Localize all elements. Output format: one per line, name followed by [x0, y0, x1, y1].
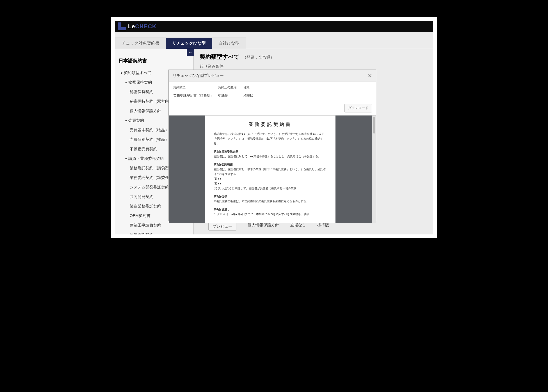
- doc-a2b3: (2) ●●: [214, 181, 327, 186]
- modal-title: リチェックひな型プレビュー: [173, 73, 224, 78]
- document-page: 業務委託契約書 委託者である株式会社●●（以下「委託者」という。）と受託者である…: [205, 116, 335, 223]
- meta-c2: 委託側: [218, 93, 243, 98]
- tab-own-template[interactable]: 自社ひな型: [212, 38, 246, 49]
- viewer-scrollbar[interactable]: [372, 116, 376, 223]
- main-title-text: 契約類型すべて: [200, 54, 239, 60]
- tab-recheck-template[interactable]: リチェックひな型: [166, 38, 212, 49]
- under-col-3: 標準版: [317, 223, 329, 230]
- main-title: 契約類型すべて （登録：全79通）: [200, 53, 427, 61]
- viewer-gutter-right: [335, 116, 372, 223]
- app-window: LeCHECK チェック対象契約書 リチェックひな型 自社ひな型 ⇤ 日本語契約…: [111, 17, 437, 238]
- doc-a3b: 本委託業務の明細は、本契約書別紙の委託業務明細書に定めるものとする。: [214, 199, 327, 204]
- close-icon[interactable]: ✕: [368, 73, 372, 79]
- doc-a1t: 第1条 業務委託合意: [214, 149, 327, 154]
- doc-a2t: 第2条 委託範囲: [214, 162, 327, 167]
- meta-c3: 標準版: [243, 93, 269, 98]
- modal-meta-row: 業務委託契約書（請負型） 委託側 標準版: [169, 91, 376, 102]
- doc-a4b: １ 受託者は、●年●月●日までに、本契約に基づき納入すべき成果物を、委託: [214, 212, 327, 216]
- filter-label: 絞り込み条件: [200, 64, 427, 69]
- meta-h3: 種類: [243, 85, 269, 89]
- doc-a2b1: 委託者は、受託者に対し、以下の業務（以下「本委託業務」という。）を委託し、受託者…: [214, 167, 327, 176]
- app-shell: LeCHECK チェック対象契約書 リチェックひな型 自社ひな型 ⇤ 日本語契約…: [115, 21, 433, 234]
- doc-a3t: 第3条 仕様: [214, 194, 327, 199]
- viewer-gutter-left: [169, 116, 205, 223]
- under-col-2: 立場なし: [290, 223, 306, 230]
- modal-header: リチェックひな型プレビュー ✕: [169, 70, 376, 82]
- doc-a2b2: (1) ●●: [214, 176, 327, 181]
- tab-bar: チェック対象契約書 リチェックひな型 自社ひな型: [115, 32, 433, 49]
- doc-intro: 委託者である株式会社●●（以下「委託者」という。）と受託者である株式会社●●（以…: [214, 132, 327, 146]
- brand-name: LeCHECK: [128, 23, 156, 30]
- result-row: プレビュー 個人情報保護方針 立場なし 標準版: [208, 223, 329, 230]
- main-title-count: （登録：全79通）: [243, 55, 275, 59]
- doc-heading: 業務委託契約書: [214, 122, 327, 128]
- under-col-1: 個人情報保護方針: [248, 223, 279, 230]
- logo-icon: [118, 22, 126, 30]
- meta-c1: 業務委託契約書（請負型）: [173, 93, 218, 98]
- meta-h2: 契約上の立場: [218, 85, 243, 89]
- modal-meta-header: 契約類型 契約上の立場 種類: [169, 82, 376, 91]
- download-button[interactable]: ダウンロード: [344, 104, 372, 112]
- brand-check: CHECK: [135, 23, 156, 29]
- doc-a1b: 委託者は、受託者に対して、●●業務を委託することとし、受託者はこれを受託する。: [214, 154, 327, 159]
- sidebar-title: 日本語契約書: [115, 49, 193, 68]
- document-viewer: 業務委託契約書 委託者である株式会社●●（以下「委託者」という。）と受託者である…: [169, 115, 376, 223]
- tree-out-logi[interactable]: 物流委託契約: [115, 230, 193, 234]
- tab-check-target[interactable]: チェック対象契約書: [115, 38, 166, 49]
- doc-a4t: 第4条 引渡し: [214, 207, 327, 212]
- collapse-sidebar-icon[interactable]: ⇤: [187, 49, 194, 56]
- modal-actions: ダウンロード: [169, 102, 376, 115]
- meta-h1: 契約類型: [173, 85, 218, 89]
- preview-modal: リチェックひな型プレビュー ✕ 契約類型 契約上の立場 種類 業務委託契約書（請…: [168, 70, 376, 221]
- doc-a2b4: (3) (1) 及び(2) に関連して、委託者が受託者に委託する一切の業務: [214, 186, 327, 191]
- preview-button[interactable]: プレビュー: [208, 223, 236, 230]
- brand-le: Le: [128, 23, 135, 29]
- app-header: LeCHECK: [115, 21, 433, 32]
